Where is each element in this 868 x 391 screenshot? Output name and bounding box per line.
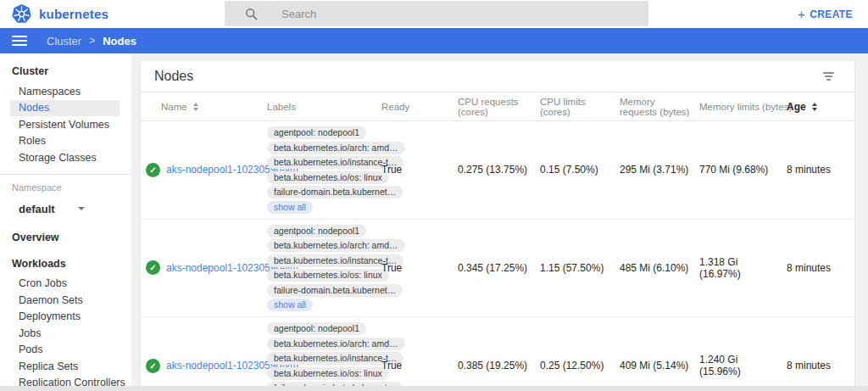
- search-icon: [245, 8, 258, 20]
- label-chip: beta.kubernetes.io/os: linux: [267, 269, 389, 282]
- age-cell: 8 minutes: [787, 164, 854, 176]
- label-chip: beta.kubernetes.io/os: linux: [267, 367, 389, 380]
- sidebar-item-roles[interactable]: Roles: [0, 133, 131, 150]
- filter-icon[interactable]: [820, 69, 837, 84]
- label-chip: agentpool: nodepool1: [267, 322, 366, 335]
- label-chip: beta.kubernetes.io/arch: amd…: [267, 142, 405, 154]
- label-chip: failure-domain.beta.kubernet…: [267, 284, 403, 297]
- labels-cell: agentpool: nodepool1 beta.kubernetes.io/…: [267, 322, 381, 391]
- show-all-button[interactable]: show all: [267, 201, 313, 214]
- age-cell: 8 minutes: [787, 262, 854, 274]
- namespace-label: Namespace: [0, 178, 131, 195]
- column-header-memory-limits: Memory limits (bytes): [699, 102, 787, 112]
- search-input[interactable]: [280, 7, 585, 21]
- horizontal-scrollbar[interactable]: [0, 386, 868, 391]
- toolbar: Cluster > Nodes: [0, 28, 868, 53]
- brand: kubernetes: [12, 4, 108, 24]
- memory-limits-cell: 770 Mi (9.68%): [699, 164, 787, 176]
- status-ok-icon: ✓: [146, 359, 160, 373]
- column-header-ready: Ready: [381, 102, 458, 112]
- label-chip: agentpool: nodepool1: [267, 225, 366, 237]
- main-content: Nodes Name Labels Ready CPU requests (co…: [131, 53, 868, 391]
- ready-cell: True: [381, 262, 458, 274]
- status-ok-icon: ✓: [146, 163, 160, 177]
- label-chip: beta.kubernetes.io/arch: amd…: [267, 239, 405, 252]
- memory-limits-cell: 1.240 Gi (15.96%): [699, 354, 787, 377]
- cpu-requests-cell: 0.275 (13.75%): [458, 164, 540, 176]
- label-chip: failure-domain.beta.kubernet…: [267, 186, 403, 198]
- label-chip: beta.kubernetes.io/arch: amd…: [267, 338, 405, 350]
- create-button-label: CREATE: [810, 8, 853, 20]
- chevron-down-icon: [78, 207, 85, 210]
- brand-name: kubernetes: [39, 7, 108, 21]
- sidebar-item-nodes[interactable]: Nodes: [10, 100, 120, 117]
- breadcrumb-separator: >: [89, 35, 95, 47]
- search-bar[interactable]: [225, 1, 648, 26]
- column-header-cpu-requests: CPU requests (cores): [458, 97, 540, 117]
- age-cell: 8 minutes: [787, 360, 854, 371]
- ready-cell: True: [381, 360, 458, 371]
- sidebar-item-daemon-sets[interactable]: Daemon Sets: [0, 292, 131, 309]
- memory-limits-cell: 1.318 Gi (16.97%): [699, 256, 787, 280]
- column-header-age[interactable]: Age: [787, 101, 854, 113]
- sidebar-divider: [0, 174, 131, 175]
- plus-icon: +: [798, 8, 805, 20]
- sidebar-item-persistent-volumes[interactable]: Persistent Volumes: [0, 116, 131, 133]
- namespace-value: default: [19, 203, 55, 215]
- breadcrumb-page: Nodes: [103, 35, 136, 47]
- kubernetes-logo-icon: [12, 4, 31, 24]
- cpu-requests-cell: 0.345 (17.25%): [458, 262, 540, 274]
- table-row: ✓ aks-nodepool1-10230590-vm… agentpool: …: [141, 220, 854, 318]
- cpu-requests-cell: 0.385 (19.25%): [458, 360, 540, 371]
- sort-icon: [812, 103, 817, 111]
- menu-icon[interactable]: [12, 36, 27, 46]
- label-chip: beta.kubernetes.io/os: linux: [267, 171, 389, 184]
- top-header: kubernetes + CREATE: [0, 0, 868, 28]
- sidebar-item-namespaces[interactable]: Namespaces: [0, 83, 131, 100]
- ready-cell: True: [381, 164, 458, 176]
- status-ok-icon: ✓: [146, 260, 160, 275]
- sidebar-item-storage-classes[interactable]: Storage Classes: [0, 149, 131, 166]
- page-title: Nodes: [154, 69, 193, 84]
- nodes-card: Nodes Name Labels Ready CPU requests (co…: [141, 61, 854, 391]
- sidebar-item-pods[interactable]: Pods: [0, 342, 131, 359]
- column-header-labels: Labels: [267, 102, 381, 112]
- sidebar-item-cron-jobs[interactable]: Cron Jobs: [0, 276, 131, 293]
- column-header-memory-requests: Memory requests (bytes): [620, 97, 699, 117]
- sidebar-item-overview[interactable]: Overview: [0, 223, 131, 249]
- labels-cell: agentpool: nodepool1 beta.kubernetes.io/…: [267, 126, 381, 214]
- table-row: ✓ aks-nodepool1-10230590-vm… agentpool: …: [141, 317, 854, 391]
- memory-requests-cell: 295 Mi (3.71%): [620, 164, 699, 176]
- label-chip: agentpool: nodepool1: [267, 126, 366, 139]
- labels-cell: agentpool: nodepool1 beta.kubernetes.io/…: [267, 225, 381, 312]
- namespace-select[interactable]: default: [0, 195, 131, 223]
- memory-requests-cell: 485 Mi (6.10%): [620, 262, 699, 274]
- cpu-limits-cell: 1.15 (57.50%): [540, 262, 620, 274]
- cpu-limits-cell: 0.25 (12.50%): [540, 360, 620, 371]
- create-button[interactable]: + CREATE: [793, 0, 858, 28]
- column-header-cpu-limits: CPU limits (cores): [540, 97, 620, 117]
- show-all-button[interactable]: show all: [267, 299, 313, 311]
- sort-icon: [193, 103, 198, 111]
- sidebar-header-workloads: Workloads: [0, 249, 131, 276]
- column-header-name[interactable]: Name: [141, 102, 267, 112]
- sidebar-item-replica-sets[interactable]: Replica Sets: [0, 358, 131, 375]
- breadcrumb-section[interactable]: Cluster: [47, 35, 81, 47]
- table-header-row: Name Labels Ready CPU requests (cores) C…: [141, 92, 854, 121]
- table-row: ✓ aks-nodepool1-10230590-vm… agentpool: …: [141, 121, 854, 220]
- cpu-limits-cell: 0.15 (7.50%): [540, 164, 620, 176]
- sidebar-item-jobs[interactable]: Jobs: [0, 325, 131, 342]
- sidebar-header-cluster: Cluster: [0, 57, 131, 83]
- sidebar-item-deployments[interactable]: Deployments: [0, 309, 131, 326]
- memory-requests-cell: 409 Mi (5.14%): [620, 360, 699, 371]
- sidebar: Cluster Namespaces Nodes Persistent Volu…: [0, 53, 131, 391]
